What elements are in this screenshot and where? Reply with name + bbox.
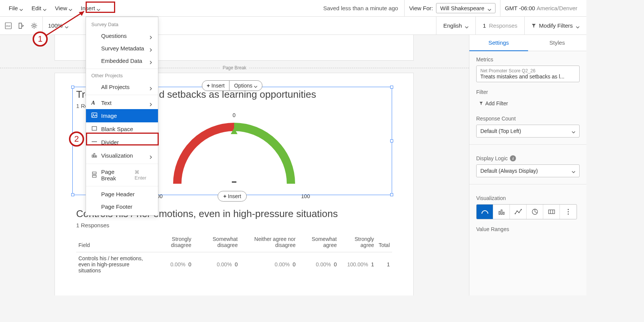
metrics-label: Metrics <box>476 56 580 63</box>
display-logic-select[interactable]: Default (Always Display) <box>476 164 580 177</box>
menu-edit[interactable]: Edit <box>27 3 51 14</box>
selection-handle[interactable] <box>71 193 74 196</box>
dropdown-header-other-projects: Other Projects <box>86 70 158 81</box>
gauge-max-label: 100 <box>301 193 310 199</box>
modify-filters-button[interactable]: Modify Filters <box>524 17 586 34</box>
response-count: 1 Responses <box>475 17 524 34</box>
dropdown-item-page-footer[interactable]: Page Footer <box>86 200 158 213</box>
svg-rect-25 <box>92 175 96 177</box>
display-logic-value: Default (Always Display) <box>480 168 538 174</box>
add-filter-label: Add Filter <box>485 100 508 106</box>
svg-point-14 <box>568 209 569 210</box>
viz-breakdown-button[interactable] <box>543 205 560 219</box>
insert-dropdown: Survey Data Questions Survey Metadata Em… <box>86 17 158 216</box>
viz-line-button[interactable] <box>510 205 527 219</box>
dropdown-item-embedded-data[interactable]: Embedded Data <box>86 55 158 67</box>
menu-insert[interactable]: Insert <box>77 3 105 14</box>
visualization-label: Visualization <box>476 195 580 201</box>
section-response-count: Response Count Default (Top Left) <box>476 116 580 138</box>
viz-more-button[interactable] <box>560 205 577 219</box>
svg-point-6 <box>514 213 516 214</box>
section-display-logic: Display Logic i Default (Always Display) <box>476 155 580 177</box>
svg-point-18 <box>93 114 94 115</box>
table-row: Controls his / her emotions, even in hig… <box>76 252 392 277</box>
menubar: File Edit View Insert Saved less than a … <box>0 0 586 17</box>
response-count-select[interactable]: Default (Top Left) <box>476 125 580 138</box>
visualization-icon <box>91 152 97 159</box>
tab-settings[interactable]: Settings <box>469 35 528 51</box>
th-somewhat-agree: Somewhat agree <box>298 233 339 252</box>
view-for-select[interactable]: Will Shakespeare <box>436 3 496 13</box>
chevron-right-icon <box>149 34 153 38</box>
svg-rect-19 <box>92 127 97 130</box>
cell-sd: 0.00% 0 <box>152 252 194 277</box>
insert-button[interactable]: + Insert <box>202 81 230 91</box>
chevron-down-icon <box>572 169 575 173</box>
dropdown-item-text[interactable]: A Text <box>86 97 158 109</box>
chevron-right-icon <box>149 85 153 89</box>
blank-space-icon <box>91 125 97 133</box>
cell-field: Controls his / her emotions, even in hig… <box>76 252 152 277</box>
timezone[interactable]: GMT -06:00 America/Denver <box>500 0 582 16</box>
metric-main: Treats mistakes and setbacks as l... <box>480 73 575 80</box>
chevron-down-icon <box>97 6 100 10</box>
add-filter-button[interactable]: Add Filter <box>476 98 580 109</box>
th-total: Total <box>376 233 392 252</box>
dropdown-item-image[interactable]: Image <box>86 109 158 122</box>
chevron-right-icon <box>149 59 153 63</box>
page-break: Page Break <box>0 65 469 70</box>
shortcut-label: ⌘ Enter <box>134 169 153 181</box>
menu-file[interactable]: File <box>5 3 27 14</box>
gauge-icon <box>481 208 489 216</box>
th-somewhat-disagree: Somewhat disagree <box>194 233 240 252</box>
chevron-right-icon <box>149 47 153 50</box>
dropdown-item-questions[interactable]: Questions <box>86 30 158 42</box>
table-header-row: Field Strongly disagree Somewhat disagre… <box>76 233 392 252</box>
insert-options-pill: + Insert Options <box>202 80 263 91</box>
page-break-label: Page Break <box>220 65 250 70</box>
viz-bar-button[interactable] <box>493 205 510 219</box>
canvas[interactable]: Page Break Treats mistakes and setbacks … <box>0 35 469 295</box>
panel-body: Metrics Net Promoter Score Q2_26 Treats … <box>469 51 586 295</box>
menu-view[interactable]: View <box>51 3 77 14</box>
metric-select[interactable]: Net Promoter Score Q2_26 Treats mistakes… <box>476 66 580 82</box>
tab-styles[interactable]: Styles <box>528 35 587 51</box>
dropdown-item-divider[interactable]: Divider <box>86 136 158 149</box>
gear-icon[interactable] <box>30 22 38 30</box>
insert-button-below[interactable]: + Insert <box>217 191 247 202</box>
language-select[interactable]: English <box>436 17 475 34</box>
export-icon[interactable] <box>17 22 25 30</box>
selection-handle[interactable] <box>71 86 74 89</box>
pie-chart-icon <box>531 208 539 216</box>
dropdown-item-survey-metadata[interactable]: Survey Metadata <box>86 42 158 55</box>
dropdown-item-page-break[interactable]: Page Break ⌘ Enter <box>86 166 158 184</box>
dropdown-item-visualization[interactable]: Visualization <box>86 149 158 162</box>
filter-icon <box>479 102 483 105</box>
zoom-select[interactable]: 100% <box>43 17 74 34</box>
gauge-pointer-icon <box>231 128 238 134</box>
chevron-down-icon <box>69 6 72 10</box>
block2-sub: 1 Responses <box>76 222 392 228</box>
image-icon <box>91 112 97 119</box>
selection-handle[interactable] <box>71 139 74 142</box>
dropdown-item-blank-space[interactable]: Blank Space <box>86 122 158 136</box>
chevron-down-icon <box>65 24 69 28</box>
pdf-icon[interactable]: PDF <box>5 22 12 30</box>
timezone-offset: GMT -06:00 <box>505 5 535 11</box>
page-break-icon <box>91 172 97 179</box>
info-icon[interactable]: i <box>510 155 516 161</box>
svg-point-16 <box>568 214 569 215</box>
timezone-region: America/Denver <box>536 5 577 11</box>
svg-rect-23 <box>95 156 97 157</box>
viz-pie-button[interactable] <box>527 205 543 219</box>
cell-swa: 0.00% 0 <box>298 252 339 277</box>
dropdown-item-all-projects[interactable]: All Projects <box>86 81 158 93</box>
th-strongly-agree: Strongly agree <box>339 233 376 252</box>
options-button[interactable]: Options <box>230 81 262 91</box>
dropdown-item-page-header[interactable]: Page Header <box>86 188 158 200</box>
viz-gauge-button[interactable] <box>477 205 493 219</box>
chevron-down-icon <box>43 6 47 10</box>
svg-point-2 <box>33 25 35 27</box>
svg-rect-11 <box>549 210 555 214</box>
chevron-down-icon <box>576 24 580 28</box>
